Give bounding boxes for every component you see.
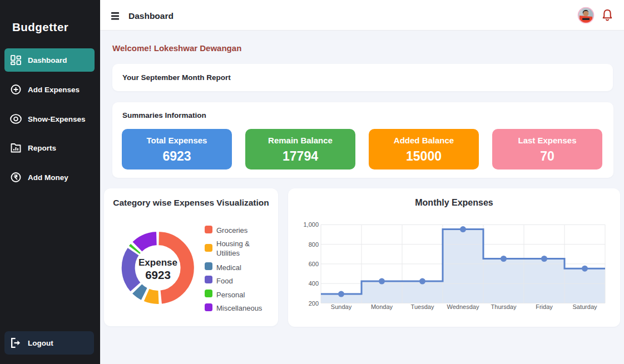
svg-text:Tuesday: Tuesday	[411, 303, 434, 310]
svg-text:400: 400	[309, 280, 319, 287]
svg-text:Sunday: Sunday	[331, 303, 352, 310]
svg-text:200: 200	[309, 300, 319, 307]
svg-text:Saturday: Saturday	[572, 303, 597, 310]
svg-text:800: 800	[309, 241, 319, 248]
svg-text:Friday: Friday	[536, 303, 553, 310]
svg-text:1,000: 1,000	[303, 221, 319, 228]
svg-text:Wednesday: Wednesday	[447, 303, 479, 310]
svg-text:Monday: Monday	[371, 303, 393, 310]
svg-text:600: 600	[309, 261, 319, 267]
svg-text:Thursday: Thursday	[491, 303, 517, 310]
